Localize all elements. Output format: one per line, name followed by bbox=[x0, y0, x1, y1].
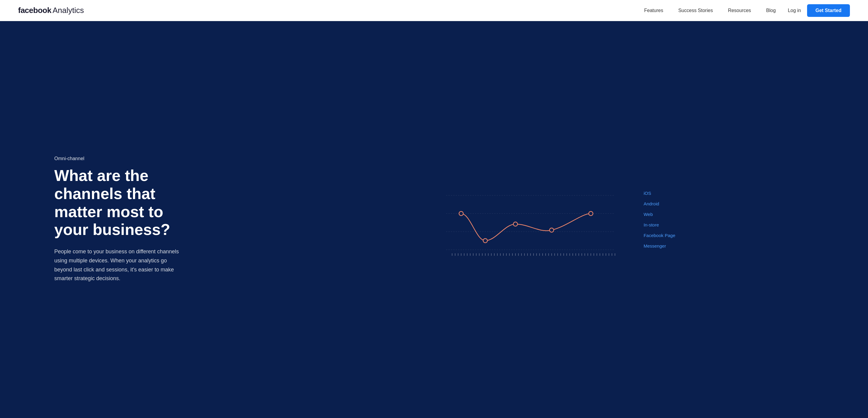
hero-section: Omni-channel What are the channels that … bbox=[0, 21, 868, 418]
nav-item-resources[interactable]: Resources bbox=[728, 8, 751, 13]
nav-link-blog[interactable]: Blog bbox=[766, 8, 776, 13]
legend-messenger[interactable]: Messenger bbox=[644, 244, 675, 249]
hero-description: People come to your business on differen… bbox=[54, 247, 181, 283]
login-button[interactable]: Log in bbox=[788, 8, 801, 13]
legend-in-store[interactable]: In-store bbox=[644, 222, 675, 227]
legend-ios[interactable]: iOS bbox=[644, 191, 675, 196]
legend-web[interactable]: Web bbox=[644, 212, 675, 217]
nav-item-features[interactable]: Features bbox=[644, 8, 663, 13]
navbar: facebook Analytics Features Success Stor… bbox=[0, 0, 868, 21]
nav-link-resources[interactable]: Resources bbox=[728, 8, 751, 13]
chart-line bbox=[461, 214, 591, 241]
chart-point-5 bbox=[589, 212, 593, 216]
chart-container: iOS Android Web In-store Facebook Page M… bbox=[446, 177, 621, 262]
nav-item-blog[interactable]: Blog bbox=[766, 8, 776, 13]
hero-chart: iOS Android Web In-store Facebook Page M… bbox=[217, 177, 850, 262]
hero-tag: Omni-channel bbox=[54, 156, 199, 161]
nav-link-features[interactable]: Features bbox=[644, 8, 663, 13]
nav-link-success-stories[interactable]: Success Stories bbox=[678, 8, 713, 13]
chart-legend: iOS Android Web In-store Facebook Page M… bbox=[644, 191, 675, 249]
get-started-button[interactable]: Get Started bbox=[807, 4, 850, 17]
chart-point-4 bbox=[550, 228, 554, 232]
hero-title: What are the channels that matter most t… bbox=[54, 167, 187, 239]
nav-item-success-stories[interactable]: Success Stories bbox=[678, 8, 713, 13]
logo: facebook Analytics bbox=[18, 6, 84, 15]
logo-analytics: Analytics bbox=[53, 6, 84, 15]
legend-facebook-page[interactable]: Facebook Page bbox=[644, 233, 675, 238]
nav-links: Features Success Stories Resources Blog bbox=[644, 8, 776, 13]
legend-android[interactable]: Android bbox=[644, 201, 675, 206]
chart-point-3 bbox=[513, 222, 518, 226]
chart-point-2 bbox=[483, 238, 487, 243]
chart-ticks bbox=[452, 253, 615, 256]
logo-facebook: facebook bbox=[18, 6, 51, 15]
hero-content: Omni-channel What are the channels that … bbox=[54, 156, 199, 283]
chart-svg bbox=[446, 177, 621, 262]
chart-point-1 bbox=[459, 212, 463, 216]
